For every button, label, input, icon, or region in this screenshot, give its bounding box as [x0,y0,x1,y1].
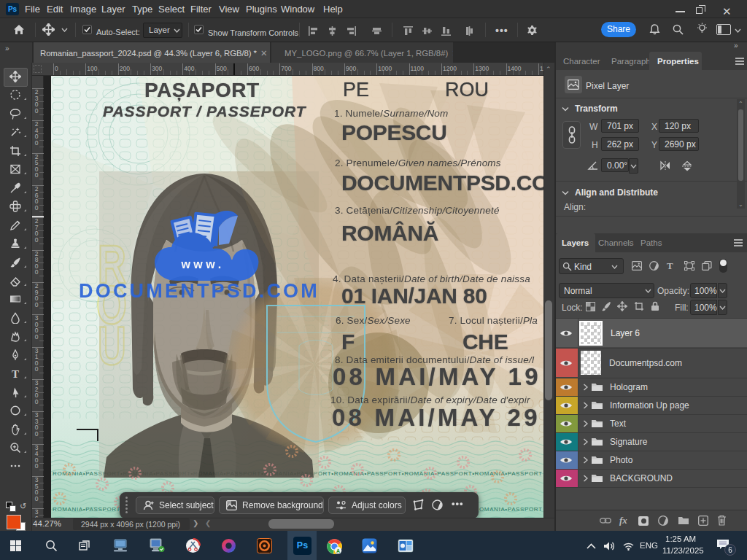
svg-text:www.: www. [180,258,224,271]
svg-text:T: T [12,368,19,380]
svg-text:A: A [336,548,340,553]
